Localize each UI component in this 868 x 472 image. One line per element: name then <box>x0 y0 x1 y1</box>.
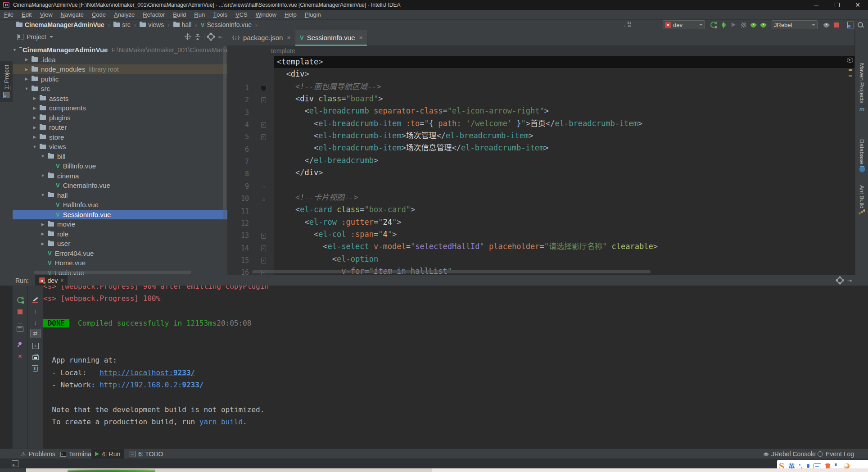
tree-item-router[interactable]: ▶router <box>13 123 227 132</box>
toolwindow-button-terminal[interactable]: >_Terminal <box>57 449 96 459</box>
tree-item-CinemaInfo.vue[interactable]: VCinemaInfo.vue <box>13 181 227 190</box>
run-console-output[interactable]: <s> [webpack.Progress] 90% after emittin… <box>43 286 851 449</box>
maximize-button[interactable] <box>827 0 847 10</box>
filter-output-button[interactable] <box>28 295 43 304</box>
toolwindow-button-event-log[interactable]: Event Log <box>814 449 858 459</box>
tree-item-node_modules[interactable]: ▶node_moduleslibrary root <box>13 64 227 74</box>
expand-arrow-icon[interactable]: ▶ <box>24 77 29 81</box>
skin-icon[interactable] <box>825 463 831 468</box>
expand-arrow-icon[interactable]: ▶ <box>32 106 37 110</box>
settings-gear-button[interactable] <box>206 32 216 41</box>
expand-arrow-icon[interactable]: ▶ <box>32 125 37 130</box>
editor-horizontal-scrollbar[interactable] <box>252 270 651 273</box>
jrebel-run-button[interactable] <box>748 20 758 29</box>
run-panel-settings-button[interactable] <box>835 276 845 285</box>
fold-region-marker-icon[interactable] <box>261 82 267 94</box>
toolwindow-button-4-run[interactable]: 4: Run <box>91 449 124 459</box>
project-panel-title[interactable]: Project <box>27 33 46 41</box>
expand-arrow-icon[interactable]: ▶ <box>41 241 45 246</box>
expand-arrow-icon[interactable]: ▼ <box>41 173 45 178</box>
jrebel-debug-button[interactable] <box>758 20 768 29</box>
tree-item-store[interactable]: ▶store <box>13 132 227 142</box>
tree-item-HallInfo.vue[interactable]: VHallInfo.vue <box>13 200 227 209</box>
expand-arrow-icon[interactable]: ▼ <box>32 145 37 149</box>
collapse-all-button[interactable] <box>193 32 203 41</box>
close-icon[interactable]: × <box>359 34 362 41</box>
pin-tab-button[interactable] <box>13 339 27 348</box>
strip-tab-maven-projects[interactable]: Maven Projectsm <box>855 63 868 113</box>
fold-collapse-icon[interactable] <box>261 230 267 242</box>
toolwindow-layout-icon[interactable] <box>845 20 855 29</box>
tree-item-BillInfo.vue[interactable]: VBillInfo.vue <box>13 161 227 171</box>
tree-item-cinema[interactable]: ▼cinema <box>13 171 227 181</box>
nav-crumb-hall[interactable]: hall <box>182 21 192 28</box>
menu-refactor[interactable]: Refactor <box>139 10 169 19</box>
expand-arrow-icon[interactable]: ▶ <box>32 135 37 139</box>
menu-build[interactable]: Build <box>169 10 190 19</box>
run-with-jrebel-listen-button[interactable] <box>719 20 728 29</box>
fold-collapse-icon[interactable] <box>261 254 267 267</box>
close-tab-button[interactable]: × <box>13 351 27 360</box>
menu-run[interactable]: Run <box>190 10 209 19</box>
tree-item-plugins[interactable]: ▶plugins <box>13 113 227 123</box>
strip-tab-1-project[interactable]: 1: Project <box>0 61 13 102</box>
breadcrumb-template[interactable]: template <box>271 47 295 54</box>
microphone-icon[interactable] <box>807 464 809 468</box>
run-panel-hide-button[interactable]: ⇥ <box>845 276 854 285</box>
run-tab-dev[interactable]: n dev × <box>35 275 68 286</box>
keyboard-icon[interactable] <box>814 463 821 469</box>
minimize-button[interactable] <box>806 0 827 10</box>
project-vertical-scrollbar[interactable] <box>223 46 226 219</box>
tree-item-assets[interactable]: ▶assets <box>13 94 227 103</box>
locate-file-button[interactable] <box>183 32 193 41</box>
menu-tools[interactable]: Tools <box>209 10 231 19</box>
console-link[interactable]: 9233/ <box>182 381 203 389</box>
toolwindow-switcher-icon[interactable] <box>12 460 18 467</box>
menu-plugin[interactable]: Plugin <box>301 10 325 19</box>
down-stack-trace-button[interactable]: ↓ <box>28 318 43 327</box>
error-stripe-mark[interactable] <box>849 75 852 77</box>
hide-panel-button[interactable]: ⇤ <box>216 32 226 41</box>
nav-crumb-views[interactable]: views <box>148 21 164 28</box>
tree-item-hall[interactable]: ▼hall <box>13 191 227 200</box>
tree-item-bill[interactable]: ▼bill <box>13 152 227 161</box>
tree-item-user[interactable]: ▶user <box>13 239 227 248</box>
toolwindow-button-problems[interactable]: ⚠Problems <box>17 449 59 459</box>
editor-tab-SessionInfo.vue[interactable]: VSessionInfo.vue× <box>295 30 367 45</box>
chevron-down-icon[interactable] <box>50 36 53 38</box>
jrebel-disabled-button[interactable] <box>821 20 831 29</box>
build-project-button[interactable] <box>709 20 719 29</box>
expand-arrow-icon[interactable]: ▶ <box>24 67 29 72</box>
editor-tab-package.json[interactable]: {;}package.json× <box>227 30 295 45</box>
menu-navigate[interactable]: Navigate <box>57 10 88 19</box>
close-button[interactable]: ✕ <box>847 0 868 10</box>
soft-wrap-button-selected[interactable]: ⇄ <box>28 329 43 338</box>
stop-button[interactable] <box>831 20 841 29</box>
toolwindow-button-jrebel-console[interactable]: JRebel Console <box>760 449 819 459</box>
expand-arrow-icon[interactable]: ▶ <box>41 222 45 227</box>
fold-collapse-icon[interactable] <box>261 131 267 143</box>
expand-arrow-icon[interactable]: ▶ <box>41 231 45 236</box>
console-link[interactable]: 9233/ <box>173 368 195 377</box>
expand-arrow-icon[interactable]: ▶ <box>32 96 37 100</box>
expand-arrow-icon[interactable]: ▼ <box>41 154 45 159</box>
tree-item-src[interactable]: ▼src <box>13 84 227 93</box>
expand-arrow-icon[interactable]: ▼ <box>41 193 45 197</box>
console-link[interactable]: yarn build <box>199 418 243 426</box>
up-stack-trace-button[interactable]: ↑ <box>28 307 43 316</box>
strip-tab-database[interactable]: Database <box>855 139 868 172</box>
toolbox-icon[interactable] <box>835 463 840 468</box>
menu-view[interactable]: View <box>36 10 56 19</box>
menu-help[interactable]: Help <box>280 10 301 19</box>
expand-arrow-icon[interactable]: ▶ <box>24 57 29 62</box>
tree-item-Home.vue[interactable]: VHome.vue <box>13 258 227 268</box>
fold-collapse-icon[interactable] <box>261 242 267 254</box>
strip-tab-ant-build[interactable]: Ant Build <box>855 185 868 213</box>
menu-vcs[interactable]: VCS <box>231 10 252 19</box>
scroll-to-end-button[interactable]: ▼ <box>28 341 43 350</box>
expand-arrow-icon[interactable]: ▼ <box>13 48 17 52</box>
coverage-button-disabled[interactable] <box>738 20 748 29</box>
close-icon[interactable]: × <box>287 34 290 41</box>
expand-arrow-icon[interactable]: ▶ <box>32 115 37 120</box>
fold-end-icon[interactable]: ⌂ <box>261 193 267 205</box>
